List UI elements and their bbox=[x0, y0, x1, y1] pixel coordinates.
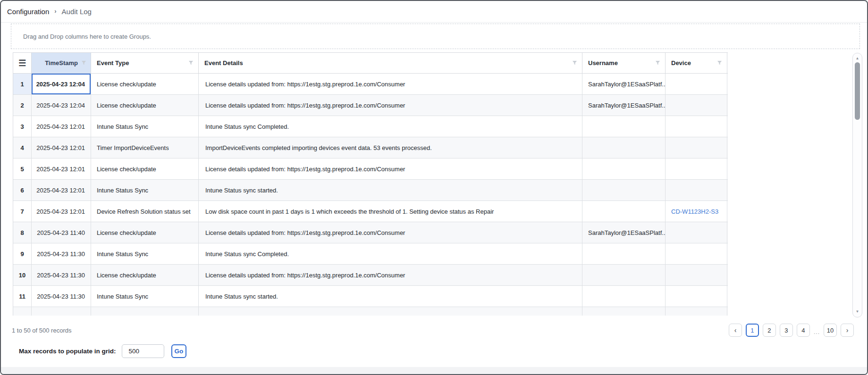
event-details-cell[interactable]: License details updated from: https://1e… bbox=[199, 95, 582, 116]
filter-icon[interactable] bbox=[188, 60, 194, 66]
timestamp-cell[interactable]: 2025-04-23 11:30 bbox=[32, 286, 91, 307]
event-type-cell[interactable]: Intune Status Sync bbox=[91, 307, 199, 316]
timestamp-cell[interactable]: 2025-04-23 11:30 bbox=[32, 243, 91, 264]
column-header-device[interactable]: Device bbox=[666, 53, 727, 73]
event-details-cell[interactable]: License details updated from: https://1e… bbox=[199, 265, 582, 285]
group-dropzone[interactable]: Drag and Drop columns here to create Gro… bbox=[11, 24, 860, 49]
row-number-cell[interactable]: 5 bbox=[13, 158, 32, 179]
event-details-cell[interactable]: Intune Status sync Completed. bbox=[199, 116, 582, 137]
username-cell[interactable] bbox=[582, 116, 666, 137]
row-number-cell[interactable]: 12 bbox=[13, 307, 32, 316]
row-number-cell[interactable]: 8 bbox=[13, 222, 32, 243]
device-link[interactable]: CD-W1123H2-S3 bbox=[671, 208, 718, 215]
filter-icon[interactable] bbox=[655, 60, 660, 66]
page-button-1[interactable]: 1 bbox=[746, 324, 759, 337]
device-cell[interactable] bbox=[666, 222, 727, 243]
timestamp-cell[interactable]: 2025-04-23 11:02 bbox=[32, 307, 91, 316]
username-cell[interactable] bbox=[582, 201, 666, 222]
timestamp-cell[interactable]: 2025-04-23 12:01 bbox=[32, 201, 91, 222]
column-header-timestamp[interactable]: TimeStamp bbox=[32, 53, 91, 73]
page-button-4[interactable]: 4 bbox=[797, 324, 810, 337]
event-type-cell[interactable]: License check/update bbox=[91, 222, 199, 243]
chevron-right-icon: › bbox=[54, 8, 56, 15]
username-cell[interactable]: SarahTaylor@1ESaaSPlatf... bbox=[582, 74, 666, 94]
column-header-username[interactable]: Username bbox=[582, 53, 666, 73]
event-details-cell[interactable]: ImportDeviceEvents completed importing d… bbox=[199, 137, 582, 158]
event-type-cell[interactable]: License check/update bbox=[91, 74, 199, 94]
event-details-cell[interactable]: License details updated from: https://1e… bbox=[199, 158, 582, 179]
username-cell[interactable] bbox=[582, 180, 666, 200]
username-cell[interactable] bbox=[582, 307, 666, 316]
username-cell[interactable] bbox=[582, 243, 666, 264]
event-type-cell[interactable]: Device Refresh Solution status set bbox=[91, 201, 199, 222]
page-button-3[interactable]: 3 bbox=[780, 324, 793, 337]
event-type-cell[interactable]: Intune Status Sync bbox=[91, 243, 199, 264]
timestamp-cell[interactable]: 2025-04-23 12:01 bbox=[32, 116, 91, 137]
scroll-up-icon[interactable]: ▲ bbox=[853, 57, 862, 60]
go-button[interactable]: Go bbox=[171, 344, 187, 358]
username-cell[interactable] bbox=[582, 158, 666, 179]
timestamp-cell[interactable]: 2025-04-23 12:04 bbox=[32, 95, 91, 116]
breadcrumb-configuration[interactable]: Configuration bbox=[7, 8, 49, 16]
row-number-cell[interactable]: 1 bbox=[13, 74, 32, 94]
timestamp-cell[interactable]: 2025-04-23 12:04 bbox=[32, 74, 91, 94]
row-number-cell[interactable]: 10 bbox=[13, 265, 32, 285]
event-details-cell[interactable]: Intune Status sync started. bbox=[199, 286, 582, 307]
row-number-cell[interactable]: 11 bbox=[13, 286, 32, 307]
username-cell[interactable] bbox=[582, 286, 666, 307]
filter-icon[interactable] bbox=[81, 60, 86, 66]
event-details-cell[interactable]: Intune Status sync Completed. bbox=[199, 307, 582, 316]
event-details-cell[interactable]: License details updated from: https://1e… bbox=[199, 222, 582, 243]
device-cell[interactable] bbox=[666, 116, 727, 137]
row-menu-header[interactable]: ☰ bbox=[13, 53, 32, 73]
timestamp-cell[interactable]: 2025-04-23 11:40 bbox=[32, 222, 91, 243]
event-type-cell[interactable]: Timer ImportDeviceEvents bbox=[91, 137, 199, 158]
event-type-cell[interactable]: Intune Status Sync bbox=[91, 180, 199, 200]
device-cell[interactable] bbox=[666, 307, 727, 316]
page-button-2[interactable]: 2 bbox=[763, 324, 776, 337]
username-cell[interactable]: SarahTaylor@1ESaaSPlatf... bbox=[582, 95, 666, 116]
timestamp-cell[interactable]: 2025-04-23 12:01 bbox=[32, 158, 91, 179]
timestamp-cell[interactable]: 2025-04-23 11:30 bbox=[32, 265, 91, 285]
filter-icon[interactable] bbox=[717, 60, 722, 66]
event-type-cell[interactable]: Intune Status Sync bbox=[91, 116, 199, 137]
column-header-event-details[interactable]: Event Details bbox=[199, 53, 582, 73]
row-number-cell[interactable]: 9 bbox=[13, 243, 32, 264]
device-cell[interactable] bbox=[666, 243, 727, 264]
scroll-down-icon[interactable]: ▼ bbox=[853, 310, 862, 314]
vertical-scrollbar[interactable]: ▲ ▼ bbox=[852, 53, 862, 317]
username-cell[interactable] bbox=[582, 265, 666, 285]
row-number-cell[interactable]: 4 bbox=[13, 137, 32, 158]
column-header-event-type[interactable]: Event Type bbox=[91, 53, 199, 73]
event-details-cell[interactable]: License details updated from: https://1e… bbox=[199, 74, 582, 94]
row-number-cell[interactable]: 3 bbox=[13, 116, 32, 137]
event-type-cell[interactable]: Intune Status Sync bbox=[91, 286, 199, 307]
row-number-cell[interactable]: 6 bbox=[13, 180, 32, 200]
timestamp-cell[interactable]: 2025-04-23 12:01 bbox=[32, 180, 91, 200]
event-details-cell[interactable]: Intune Status sync started. bbox=[199, 180, 582, 200]
username-cell[interactable]: SarahTaylor@1ESaaSPlatf... bbox=[582, 222, 666, 243]
device-cell[interactable] bbox=[666, 265, 727, 285]
device-cell[interactable] bbox=[666, 95, 727, 116]
timestamp-cell[interactable]: 2025-04-23 12:01 bbox=[32, 137, 91, 158]
device-cell[interactable] bbox=[666, 158, 727, 179]
device-cell[interactable] bbox=[666, 74, 727, 94]
max-records-input[interactable] bbox=[122, 344, 164, 358]
scrollbar-thumb[interactable] bbox=[855, 62, 860, 120]
previous-page-button[interactable]: ‹ bbox=[729, 324, 742, 337]
device-cell[interactable] bbox=[666, 286, 727, 307]
page-button-10[interactable]: 10 bbox=[824, 324, 837, 337]
event-type-cell[interactable]: License check/update bbox=[91, 265, 199, 285]
row-number-cell[interactable]: 2 bbox=[13, 95, 32, 116]
row-number-cell[interactable]: 7 bbox=[13, 201, 32, 222]
event-details-cell[interactable]: Intune Status sync Completed. bbox=[199, 243, 582, 264]
filter-icon[interactable] bbox=[572, 60, 577, 66]
device-cell[interactable] bbox=[666, 180, 727, 200]
event-type-cell[interactable]: License check/update bbox=[91, 95, 199, 116]
event-details-cell[interactable]: Low disk space count in past 1 days is 1… bbox=[199, 201, 582, 222]
next-page-button[interactable]: › bbox=[841, 324, 854, 337]
event-type-cell[interactable]: License check/update bbox=[91, 158, 199, 179]
username-cell[interactable] bbox=[582, 137, 666, 158]
device-cell[interactable]: CD-W1123H2-S3 bbox=[666, 201, 727, 222]
device-cell[interactable] bbox=[666, 137, 727, 158]
